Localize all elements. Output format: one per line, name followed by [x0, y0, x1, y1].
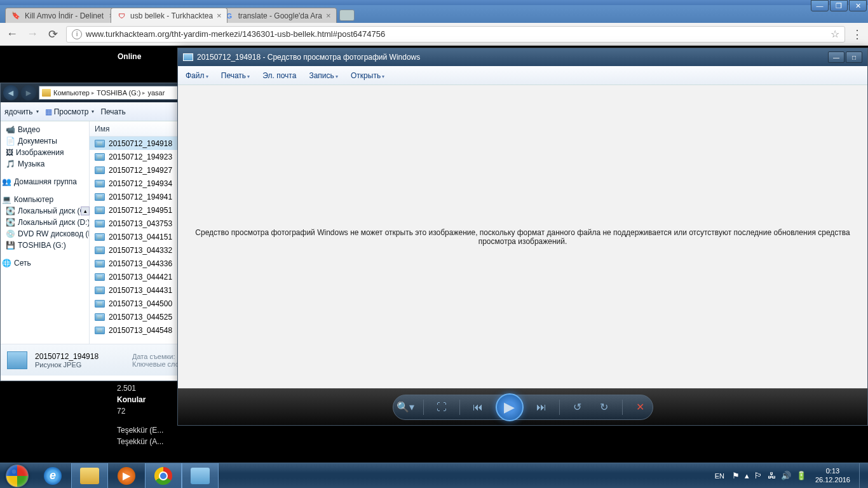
clock[interactable]: 0:13 26.12.2016: [811, 467, 854, 484]
nav-forward-button[interactable]: ►: [21, 85, 36, 100]
favicon-icon: 🔖: [11, 11, 21, 21]
image-file-icon: [95, 193, 105, 201]
omnibox[interactable]: i ☆: [66, 26, 845, 43]
pv-maximize-button[interactable]: □: [846, 51, 862, 63]
reload-button[interactable]: ⟳: [46, 27, 60, 41]
file-name: 20150712_194927: [109, 166, 172, 175]
tab-close-icon[interactable]: ×: [326, 11, 331, 20]
pv-title-text: 20150712_194918 - Средство просмотра фот…: [197, 53, 420, 62]
file-name: 20150713_044336: [109, 259, 172, 268]
pv-menu-email[interactable]: Эл. почта: [262, 71, 296, 80]
pv-error-message: Средство просмотра фотографий Windows не…: [178, 228, 867, 246]
tree-node-images[interactable]: 🖼 Изображения: [1, 147, 89, 158]
site-info-icon[interactable]: i: [72, 29, 82, 39]
tray-chevron-up-icon[interactable]: ▴: [745, 471, 749, 480]
image-file-icon: [95, 300, 105, 308]
start-button[interactable]: [0, 463, 34, 489]
view-menu[interactable]: ▦ Просмотр: [45, 107, 95, 116]
image-file-icon: [95, 327, 105, 334]
online-indicator: Online: [118, 52, 141, 61]
file-name: 20150713_044431: [109, 286, 172, 295]
tab-label: usb bellek - Turkhacktea: [130, 11, 213, 20]
tab-1[interactable]: 🔖 Kill Amvo İndir - Delinet ×: [5, 8, 119, 23]
bookmark-star-icon[interactable]: ☆: [831, 28, 839, 40]
pv-delete-button[interactable]: ✕: [632, 398, 649, 416]
stat-row: Teşekkür (A...: [113, 436, 227, 447]
tree-node-toshiba[interactable]: 💾 TOSHIBA (G:): [1, 240, 89, 251]
tree-node-homegroup[interactable]: 👥 Домашняя группа: [1, 176, 89, 187]
tree-scroll-up[interactable]: ▴: [81, 207, 90, 215]
url-input[interactable]: [86, 29, 831, 39]
tree-node-computer[interactable]: 💻 Компьютер: [1, 194, 89, 205]
crumb[interactable]: TOSHIBA (G:): [97, 89, 140, 97]
chrome-close-button[interactable]: ✕: [849, 0, 867, 11]
pv-rotate-cw-button[interactable]: ↻: [595, 398, 613, 416]
pv-menubar: Файл Печать Эл. почта Запись Открыть: [178, 66, 867, 85]
thumbnail-icon: [7, 351, 27, 369]
pv-controls: 🔍▾ ⛶ ⏮ ▶ ⏭ ↺ ↻ ✕: [178, 388, 867, 425]
folder-icon: [42, 89, 51, 97]
taskbar-wmp[interactable]: ▶: [108, 463, 145, 489]
tree-node-dvd[interactable]: 💿 DVD RW дисковод (E:): [1, 228, 89, 240]
file-name: 20150713_044500: [109, 299, 172, 308]
tray-volume-icon[interactable]: 🔊: [781, 471, 791, 480]
crumb[interactable]: Компьютер: [53, 89, 90, 97]
pv-menu-burn[interactable]: Запись: [309, 71, 338, 80]
pv-menu-print[interactable]: Печать: [221, 71, 250, 80]
tab-2-active[interactable]: 🛡 usb bellek - Turkhacktea ×: [111, 8, 227, 23]
language-indicator[interactable]: EN: [712, 471, 727, 481]
pv-actual-size-button[interactable]: ⛶: [433, 398, 451, 416]
organize-menu[interactable]: ядочить: [4, 107, 39, 116]
pv-next-button[interactable]: ⏭: [532, 398, 550, 416]
image-file-icon: [95, 260, 105, 268]
pv-zoom-button[interactable]: 🔍▾: [397, 398, 414, 416]
tray-action-center-icon[interactable]: ⚑: [732, 471, 740, 480]
system-tray: EN ⚑ ▴ 🏳 🖧 🔊 🔋 0:13 26.12.2016: [712, 463, 868, 489]
back-button[interactable]: ←: [5, 27, 19, 41]
pv-prev-button[interactable]: ⏮: [469, 398, 487, 416]
tree-node-drive-c[interactable]: 💽 Локальный диск (C:): [1, 205, 89, 217]
pv-menu-file[interactable]: Файл: [186, 71, 208, 80]
forward-button[interactable]: →: [25, 27, 39, 41]
tab-label: translate - Google'da Ara: [238, 11, 322, 20]
pv-titlebar[interactable]: 20150712_194918 - Средство просмотра фот…: [178, 48, 867, 66]
wmp-icon: ▶: [118, 467, 135, 485]
tree-node-network[interactable]: 🌐 Сеть: [1, 257, 89, 269]
details-filetype: Рисунок JPEG: [35, 361, 81, 369]
taskbar-explorer[interactable]: [71, 463, 108, 489]
photo-viewer-icon: [183, 53, 193, 61]
file-name: 20150713_044332: [109, 246, 172, 255]
chrome-minimize-button[interactable]: —: [811, 0, 829, 11]
tray-network-icon[interactable]: 🖧: [768, 471, 776, 480]
file-name: 20150712_194923: [109, 152, 172, 161]
pv-rotate-ccw-button[interactable]: ↺: [569, 398, 587, 416]
show-desktop-button[interactable]: [859, 463, 865, 489]
tab-label: Kill Amvo İndir - Delinet: [25, 11, 105, 20]
nav-back-button[interactable]: ◄: [3, 85, 18, 100]
favicon-icon: 🛡: [116, 11, 126, 21]
chrome-maximize-button[interactable]: ❐: [830, 0, 848, 11]
pv-menu-open[interactable]: Открыть: [351, 71, 384, 80]
image-file-icon: [95, 153, 105, 161]
pv-slideshow-button[interactable]: ▶: [496, 393, 524, 421]
tray-battery-icon[interactable]: 🔋: [796, 471, 806, 480]
file-name: 20150713_044421: [109, 273, 172, 281]
taskbar: ▶ EN ⚑ ▴ 🏳 🖧 🔊 🔋 0:13 26.12.2016: [0, 463, 868, 488]
file-name: 20150713_043753: [109, 219, 172, 228]
taskbar-ie[interactable]: [34, 463, 71, 489]
tray-flag-icon[interactable]: 🏳: [754, 471, 763, 480]
tree-node-video[interactable]: 📹 Видео: [1, 124, 89, 135]
taskbar-chrome[interactable]: [145, 463, 182, 489]
pv-minimize-button[interactable]: —: [828, 51, 844, 63]
tabstrip: 🔖 Kill Amvo İndir - Delinet × 🛡 usb bell…: [0, 5, 868, 23]
tab-3[interactable]: G translate - Google'da Ara ×: [219, 8, 337, 23]
print-button[interactable]: Печать: [100, 107, 125, 116]
tree-node-docs[interactable]: 📄 Документы: [1, 135, 89, 147]
crumb[interactable]: yasar: [147, 89, 165, 97]
taskbar-photoviewer[interactable]: [182, 463, 219, 489]
chrome-menu-button[interactable]: ⋮: [851, 27, 863, 41]
tree-node-drive-d[interactable]: 💽 Локальный диск (D:): [1, 217, 89, 228]
new-tab-button[interactable]: [339, 10, 355, 21]
tree-node-music[interactable]: 🎵 Музыка: [1, 158, 89, 170]
tab-close-icon[interactable]: ×: [217, 11, 222, 20]
